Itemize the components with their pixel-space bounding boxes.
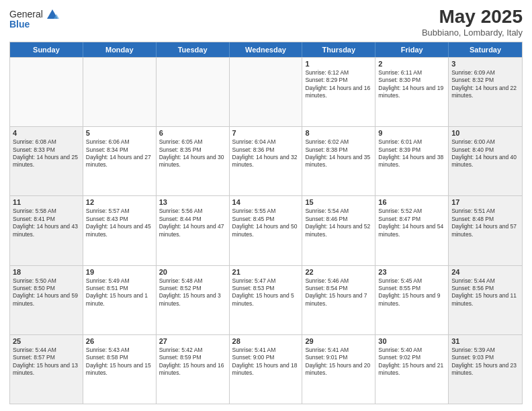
cell-info-4-2: Sunrise: 5:42 AM Sunset: 8:59 PM Dayligh… — [159, 347, 226, 377]
day-number-4-5: 30 — [378, 337, 445, 345]
cell-info-2-4: Sunrise: 5:54 AM Sunset: 8:46 PM Dayligh… — [305, 208, 372, 238]
calendar-cell-2-5: 16Sunrise: 5:52 AM Sunset: 8:47 PM Dayli… — [375, 196, 449, 265]
day-number-4-6: 31 — [451, 337, 519, 345]
calendar-cell-4-2: 27Sunrise: 5:42 AM Sunset: 8:59 PM Dayli… — [157, 335, 230, 404]
header-monday: Monday — [83, 42, 157, 57]
cell-info-1-6: Sunrise: 6:00 AM Sunset: 8:40 PM Dayligh… — [451, 138, 519, 169]
calendar-cell-0-3 — [230, 58, 303, 126]
day-number-1-3: 7 — [232, 129, 300, 137]
calendar-cell-4-4: 29Sunrise: 5:41 AM Sunset: 9:01 PM Dayli… — [302, 335, 375, 404]
day-number-2-1: 12 — [86, 198, 153, 206]
cell-info-3-1: Sunrise: 5:49 AM Sunset: 8:51 PM Dayligh… — [86, 277, 153, 308]
day-number-3-0: 18 — [13, 268, 80, 276]
calendar-cell-0-4: 1Sunrise: 6:12 AM Sunset: 8:29 PM Daylig… — [302, 58, 375, 126]
day-number-1-2: 6 — [159, 129, 226, 137]
cell-info-3-3: Sunrise: 5:47 AM Sunset: 8:53 PM Dayligh… — [232, 277, 300, 308]
day-number-2-0: 11 — [13, 198, 80, 206]
header-thursday: Thursday — [302, 42, 375, 57]
cell-info-4-6: Sunrise: 5:39 AM Sunset: 9:03 PM Dayligh… — [451, 347, 519, 377]
calendar-row-0: 1Sunrise: 6:12 AM Sunset: 8:29 PM Daylig… — [10, 57, 522, 126]
calendar-cell-1-2: 6Sunrise: 6:05 AM Sunset: 8:35 PM Daylig… — [157, 127, 230, 195]
day-number-1-1: 5 — [86, 129, 153, 137]
calendar-cell-3-2: 20Sunrise: 5:48 AM Sunset: 8:52 PM Dayli… — [157, 266, 230, 334]
cell-info-2-5: Sunrise: 5:52 AM Sunset: 8:47 PM Dayligh… — [378, 208, 445, 238]
month-title: May 2025 — [422, 7, 523, 28]
day-number-2-2: 13 — [159, 198, 226, 206]
calendar-cell-0-1 — [83, 58, 157, 126]
calendar-cell-2-1: 12Sunrise: 5:57 AM Sunset: 8:43 PM Dayli… — [83, 196, 157, 265]
cell-info-2-2: Sunrise: 5:56 AM Sunset: 8:44 PM Dayligh… — [159, 208, 226, 238]
cell-info-3-5: Sunrise: 5:45 AM Sunset: 8:55 PM Dayligh… — [378, 277, 445, 308]
header-wednesday: Wednesday — [230, 42, 303, 57]
calendar-cell-4-0: 25Sunrise: 5:44 AM Sunset: 8:57 PM Dayli… — [10, 335, 83, 404]
cell-info-3-2: Sunrise: 5:48 AM Sunset: 8:52 PM Dayligh… — [159, 277, 226, 308]
cell-info-1-3: Sunrise: 6:04 AM Sunset: 8:36 PM Dayligh… — [232, 138, 300, 169]
header-tuesday: Tuesday — [157, 42, 230, 57]
calendar-cell-2-2: 13Sunrise: 5:56 AM Sunset: 8:44 PM Dayli… — [157, 196, 230, 265]
calendar-cell-1-3: 7Sunrise: 6:04 AM Sunset: 8:36 PM Daylig… — [230, 127, 303, 195]
calendar-cell-4-6: 31Sunrise: 5:39 AM Sunset: 9:03 PM Dayli… — [449, 335, 522, 404]
day-number-2-3: 14 — [232, 198, 300, 206]
calendar-cell-4-1: 26Sunrise: 5:43 AM Sunset: 8:58 PM Dayli… — [83, 335, 157, 404]
calendar-cell-1-1: 5Sunrise: 6:06 AM Sunset: 8:34 PM Daylig… — [83, 127, 157, 195]
cell-info-1-1: Sunrise: 6:06 AM Sunset: 8:34 PM Dayligh… — [86, 138, 153, 169]
logo-general: General — [9, 9, 43, 20]
calendar-body: 1Sunrise: 6:12 AM Sunset: 8:29 PM Daylig… — [10, 57, 522, 404]
calendar-cell-3-0: 18Sunrise: 5:50 AM Sunset: 8:50 PM Dayli… — [10, 266, 83, 334]
day-number-2-6: 17 — [451, 198, 519, 206]
logo-icon — [44, 7, 59, 21]
calendar-cell-2-0: 11Sunrise: 5:58 AM Sunset: 8:41 PM Dayli… — [10, 196, 83, 265]
cell-info-3-0: Sunrise: 5:50 AM Sunset: 8:50 PM Dayligh… — [13, 277, 80, 308]
location: Bubbiano, Lombardy, Italy — [422, 28, 523, 38]
day-number-0-4: 1 — [305, 60, 372, 68]
day-number-2-5: 16 — [378, 198, 445, 206]
cell-info-2-6: Sunrise: 5:51 AM Sunset: 8:48 PM Dayligh… — [451, 208, 519, 238]
calendar-cell-4-3: 28Sunrise: 5:41 AM Sunset: 9:00 PM Dayli… — [230, 335, 303, 404]
title-block: May 2025 Bubbiano, Lombardy, Italy — [422, 7, 523, 38]
cell-info-1-5: Sunrise: 6:01 AM Sunset: 8:39 PM Dayligh… — [378, 138, 445, 169]
cell-info-0-5: Sunrise: 6:11 AM Sunset: 8:30 PM Dayligh… — [378, 69, 445, 100]
calendar-row-4: 25Sunrise: 5:44 AM Sunset: 8:57 PM Dayli… — [10, 334, 522, 404]
day-number-2-4: 15 — [305, 198, 372, 206]
day-number-1-0: 4 — [13, 129, 80, 137]
calendar-cell-0-2 — [157, 58, 230, 126]
calendar-row-3: 18Sunrise: 5:50 AM Sunset: 8:50 PM Dayli… — [10, 265, 522, 334]
day-number-0-5: 2 — [378, 60, 445, 68]
calendar-cell-1-6: 10Sunrise: 6:00 AM Sunset: 8:40 PM Dayli… — [449, 127, 522, 195]
day-number-1-6: 10 — [451, 129, 519, 137]
calendar-cell-0-0 — [10, 58, 83, 126]
calendar-cell-1-5: 9Sunrise: 6:01 AM Sunset: 8:39 PM Daylig… — [375, 127, 449, 195]
calendar-cell-0-5: 2Sunrise: 6:11 AM Sunset: 8:30 PM Daylig… — [375, 58, 449, 126]
cell-info-4-3: Sunrise: 5:41 AM Sunset: 9:00 PM Dayligh… — [232, 347, 300, 377]
day-number-0-6: 3 — [451, 60, 519, 68]
day-number-3-3: 21 — [232, 268, 300, 276]
calendar-header: Sunday Monday Tuesday Wednesday Thursday… — [10, 42, 522, 57]
cell-info-4-1: Sunrise: 5:43 AM Sunset: 8:58 PM Dayligh… — [86, 347, 153, 377]
cell-info-2-0: Sunrise: 5:58 AM Sunset: 8:41 PM Dayligh… — [13, 208, 80, 238]
calendar-cell-3-4: 22Sunrise: 5:46 AM Sunset: 8:54 PM Dayli… — [302, 266, 375, 334]
calendar-row-1: 4Sunrise: 6:08 AM Sunset: 8:33 PM Daylig… — [10, 126, 522, 195]
cell-info-0-4: Sunrise: 6:12 AM Sunset: 8:29 PM Dayligh… — [305, 69, 372, 100]
calendar: Sunday Monday Tuesday Wednesday Thursday… — [9, 42, 523, 404]
header-friday: Friday — [375, 42, 449, 57]
day-number-1-4: 8 — [305, 129, 372, 137]
day-number-4-4: 29 — [305, 337, 372, 345]
calendar-cell-1-4: 8Sunrise: 6:02 AM Sunset: 8:38 PM Daylig… — [302, 127, 375, 195]
cell-info-2-3: Sunrise: 5:55 AM Sunset: 8:45 PM Dayligh… — [232, 208, 300, 238]
header-saturday: Saturday — [449, 42, 522, 57]
calendar-row-2: 11Sunrise: 5:58 AM Sunset: 8:41 PM Dayli… — [10, 195, 522, 265]
cell-info-4-0: Sunrise: 5:44 AM Sunset: 8:57 PM Dayligh… — [13, 347, 80, 377]
cell-info-3-6: Sunrise: 5:44 AM Sunset: 8:56 PM Dayligh… — [451, 277, 519, 308]
header-sunday: Sunday — [10, 42, 83, 57]
calendar-cell-3-6: 24Sunrise: 5:44 AM Sunset: 8:56 PM Dayli… — [449, 266, 522, 334]
logo: General Blue — [9, 7, 59, 30]
day-number-3-2: 20 — [159, 268, 226, 276]
day-number-3-4: 22 — [305, 268, 372, 276]
day-number-3-1: 19 — [86, 268, 153, 276]
header: General Blue May 2025 Bubbiano, Lombardy… — [9, 7, 523, 38]
cell-info-3-4: Sunrise: 5:46 AM Sunset: 8:54 PM Dayligh… — [305, 277, 372, 308]
day-number-4-2: 27 — [159, 337, 226, 345]
calendar-cell-3-1: 19Sunrise: 5:49 AM Sunset: 8:51 PM Dayli… — [83, 266, 157, 334]
day-number-3-5: 23 — [378, 268, 445, 276]
calendar-cell-2-4: 15Sunrise: 5:54 AM Sunset: 8:46 PM Dayli… — [302, 196, 375, 265]
